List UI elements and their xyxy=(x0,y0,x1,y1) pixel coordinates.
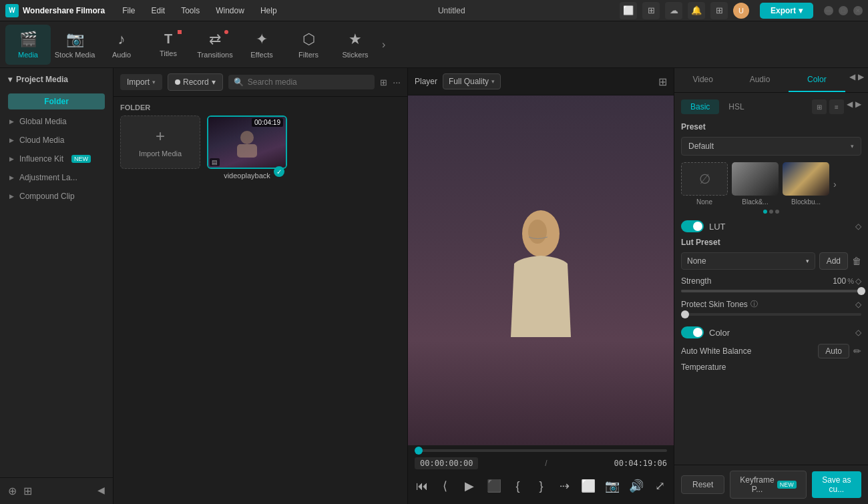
strength-keyframe-icon[interactable]: ◇ xyxy=(855,276,861,286)
lut-preset-dropdown[interactable]: None ▾ xyxy=(681,252,815,270)
eyedrop-icon[interactable]: ✏ xyxy=(853,346,861,356)
clip-button[interactable]: ⬜ xyxy=(581,476,596,496)
subtab-basic[interactable]: Basic xyxy=(681,99,719,114)
tab-audio[interactable]: Audio xyxy=(731,68,788,92)
toolbar-filters[interactable]: ⬡ Filters xyxy=(286,25,331,65)
time-current: 00:00:00:00 xyxy=(415,457,478,469)
panel-collapse-arrow[interactable]: ▾ xyxy=(8,75,12,84)
prev-frame-button[interactable]: ⏮ xyxy=(415,476,429,496)
cloud-media-arrow: ▶ xyxy=(9,137,14,144)
toolbar-stock-media[interactable]: 📷 Stock Media xyxy=(52,25,97,65)
strength-thumb[interactable] xyxy=(857,287,865,295)
mark-out-button[interactable]: } xyxy=(534,476,548,496)
awb-badge[interactable]: Auto xyxy=(818,344,849,358)
protect-skin-keyframe-icon[interactable]: ◇ xyxy=(855,300,861,309)
volume-button[interactable]: 🔊 xyxy=(629,476,644,496)
search-input[interactable] xyxy=(248,77,370,87)
sidebar-item-global-media[interactable]: ▶ Global Media xyxy=(0,112,113,131)
toolbar-media[interactable]: 🎬 Media xyxy=(5,25,51,65)
progress-bar[interactable] xyxy=(415,449,667,452)
toolbar-titles-label: Titles xyxy=(160,49,177,57)
sidebar-item-influence-kit[interactable]: ▶ Influence Kit NEW xyxy=(0,150,113,168)
player-settings-icon[interactable]: ⊞ xyxy=(658,75,667,88)
import-arrow-icon: ▾ xyxy=(152,79,156,85)
menu-tools[interactable]: Tools xyxy=(174,3,206,18)
fullscreen-button[interactable]: ⤢ xyxy=(653,476,667,496)
panel-bottom-icons: ⊕ ⊞ ◀ xyxy=(0,477,113,504)
quality-select[interactable]: Full Quality ▾ xyxy=(443,73,501,89)
import-media-tile[interactable]: + Import Media xyxy=(120,115,200,169)
icon-cloud[interactable]: ☁ xyxy=(665,2,682,19)
toolbar-audio[interactable]: ♪ Audio xyxy=(99,25,144,65)
sidebar-item-cloud-media[interactable]: ▶ Cloud Media xyxy=(0,131,113,150)
nav-right-arrow[interactable]: ▶ xyxy=(858,72,864,88)
play-button[interactable]: ▶ xyxy=(461,475,477,497)
preset-item-blockb[interactable]: Blockbu... xyxy=(783,162,829,206)
icon-apps[interactable]: ⊞ xyxy=(710,2,728,19)
user-avatar[interactable]: U xyxy=(733,3,749,19)
media-items: + Import Media 00:04:19 xyxy=(120,115,287,180)
tab-color[interactable]: Color xyxy=(789,68,845,92)
reset-button[interactable]: Reset xyxy=(681,475,724,494)
keyframe-button[interactable]: Keyframe P... NEW xyxy=(730,471,806,499)
tab-video[interactable]: Video xyxy=(674,68,731,92)
record-button[interactable]: Record ▾ xyxy=(168,73,223,91)
snapshot-button[interactable]: 📷 xyxy=(605,476,620,496)
mark-in-button[interactable]: { xyxy=(511,476,525,496)
menu-window[interactable]: Window xyxy=(209,3,251,18)
action-button[interactable]: ⇢ xyxy=(558,476,572,496)
icon-monitor[interactable]: ⬜ xyxy=(620,2,637,19)
subtab-hsl[interactable]: HSL xyxy=(719,99,753,114)
toolbar-titles[interactable]: T Titles xyxy=(146,25,191,65)
filter-icon[interactable]: ⊞ xyxy=(380,77,387,87)
close-button[interactable]: ✕ xyxy=(853,6,863,15)
add-item-icon[interactable]: ⊞ xyxy=(23,485,32,497)
panel-collapse-button[interactable]: ◀ xyxy=(97,485,105,497)
folder-button[interactable]: Folder xyxy=(8,93,105,109)
nav-prev-icon[interactable]: ◀ xyxy=(847,99,853,114)
add-folder-icon[interactable]: ⊕ xyxy=(8,485,17,497)
export-button[interactable]: Export ▾ xyxy=(760,3,813,19)
lut-keyframe-icon[interactable]: ◇ xyxy=(855,222,861,231)
stop-button[interactable]: ⬛ xyxy=(487,476,501,496)
preset-item-bw[interactable]: Black&... xyxy=(732,162,779,206)
protect-skin-slider[interactable]: 0 xyxy=(681,313,861,316)
progress-thumb[interactable] xyxy=(415,447,423,455)
protect-skin-info-icon[interactable]: ⓘ xyxy=(750,299,758,309)
preset-dropdown[interactable]: Default ▾ xyxy=(681,137,861,156)
menu-file[interactable]: File xyxy=(116,3,142,18)
menu-edit[interactable]: Edit xyxy=(144,3,172,18)
lut-add-button[interactable]: Add xyxy=(819,252,848,270)
lut-toggle[interactable] xyxy=(681,220,704,232)
lut-delete-icon[interactable]: 🗑 xyxy=(852,256,861,266)
layout-grid-button[interactable]: ⊞ xyxy=(812,99,827,114)
menu-help[interactable]: Help xyxy=(254,3,284,18)
media-more-icon[interactable]: ··· xyxy=(393,77,401,87)
step-back-button[interactable]: ⟨ xyxy=(438,476,452,496)
media-search-bar[interactable]: 🔍 xyxy=(228,75,375,89)
strength-slider[interactable] xyxy=(681,290,861,292)
toolbar-transitions[interactable]: ⇄ Transitions xyxy=(192,25,238,65)
protect-skin-thumb[interactable] xyxy=(681,310,689,318)
maximize-button[interactable]: □ xyxy=(839,6,848,15)
toolbar-effects[interactable]: ✦ Effects xyxy=(239,25,284,65)
toolbar-stickers[interactable]: ★ Stickers xyxy=(333,25,378,65)
icon-bell[interactable]: 🔔 xyxy=(688,2,705,19)
import-button[interactable]: Import ▾ xyxy=(120,74,162,90)
toolbar-more-chevron[interactable]: › xyxy=(379,36,388,53)
nav-left-arrow[interactable]: ◀ xyxy=(849,72,855,88)
minimize-button[interactable]: — xyxy=(824,6,833,15)
icon-grid[interactable]: ⊞ xyxy=(642,2,660,19)
sidebar-item-compound-clip[interactable]: ▶ Compound Clip xyxy=(0,187,113,206)
preset-item-none[interactable]: ∅ None xyxy=(681,162,728,206)
media-clip-thumb[interactable]: 00:04:19 ▤ ✓ videoplayback xyxy=(207,115,287,180)
adjustment-layer-label: Adjustment La... xyxy=(19,173,77,182)
nav-next-icon[interactable]: ▶ xyxy=(855,99,861,114)
color-toggle[interactable] xyxy=(681,326,704,338)
sidebar-item-adjustment-layer[interactable]: ▶ Adjustment La... xyxy=(0,168,113,187)
effects-icon: ✦ xyxy=(256,31,268,48)
color-keyframe-icon[interactable]: ◇ xyxy=(855,328,861,337)
save-as-button[interactable]: Save as cu... xyxy=(812,471,861,498)
layout-list-button[interactable]: ≡ xyxy=(829,99,844,114)
preset-more-arrow[interactable]: › xyxy=(833,179,837,190)
